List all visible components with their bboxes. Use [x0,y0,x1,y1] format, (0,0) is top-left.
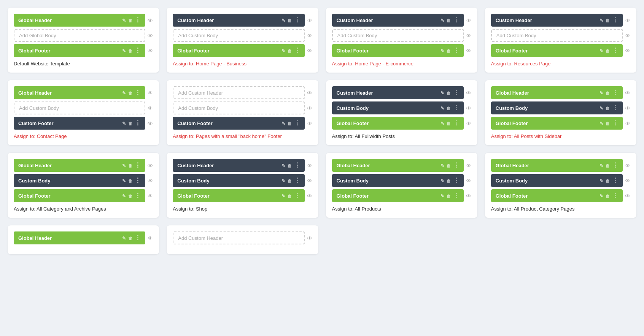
trash-icon[interactable] [447,90,451,96]
more-icon[interactable] [294,48,300,54]
visibility-icon[interactable] [466,90,471,96]
more-icon[interactable] [135,48,141,54]
visibility-icon[interactable] [148,33,153,38]
assigned-bar-6-1[interactable]: Custom Body [332,101,464,114]
assigned-bar-4-2[interactable]: Custom Footer [14,117,145,130]
edit-icon[interactable] [281,48,285,54]
edit-icon[interactable] [599,193,603,199]
trash-icon[interactable] [447,17,451,23]
more-icon[interactable] [135,162,141,168]
trash-icon[interactable] [606,193,610,199]
more-icon[interactable] [453,120,459,126]
assigned-bar-11-1[interactable]: Custom Body [491,174,623,187]
visibility-icon[interactable] [307,48,312,54]
assigned-bar-7-1[interactable]: Custom Body [491,101,623,114]
trash-icon[interactable] [447,163,451,168]
trash-icon[interactable] [447,48,451,54]
more-icon[interactable] [612,120,618,126]
visibility-icon[interactable] [466,178,471,184]
assigned-bar-1-2[interactable]: Global Footer [173,44,304,57]
edit-icon[interactable] [599,105,603,111]
edit-icon[interactable] [122,178,126,184]
visibility-icon[interactable] [307,163,312,168]
visibility-icon[interactable] [625,178,630,184]
more-icon[interactable] [294,120,300,126]
assigned-bar-0-2[interactable]: Global Footer [14,44,145,57]
more-icon[interactable] [612,105,618,111]
more-icon[interactable] [294,178,300,184]
edit-icon[interactable] [440,178,444,184]
visibility-icon[interactable] [307,105,312,111]
add-bar-5-0[interactable]: Add Custom Header [173,86,304,99]
visibility-icon[interactable] [466,105,471,111]
visibility-icon[interactable] [625,193,630,199]
assigned-bar-10-1[interactable]: Custom Body [332,174,464,187]
add-bar-2-1[interactable]: Add Custom Body [332,29,464,42]
add-bar-1-1[interactable]: Add Custom Body [173,29,304,42]
more-icon[interactable] [612,162,618,168]
trash-icon[interactable] [606,90,610,96]
edit-icon[interactable] [440,120,444,126]
visibility-icon[interactable] [625,33,630,38]
more-icon[interactable] [612,90,618,96]
edit-icon[interactable] [599,17,603,23]
add-bar-13-0[interactable]: Add Custom Header [173,231,304,244]
trash-icon[interactable] [128,193,132,199]
edit-icon[interactable] [281,120,285,126]
visibility-icon[interactable] [148,178,153,184]
trash-icon[interactable] [606,120,610,126]
more-icon[interactable] [612,17,618,23]
trash-icon[interactable] [128,120,132,126]
trash-icon[interactable] [128,163,132,168]
assigned-bar-1-0[interactable]: Custom Header [173,14,304,27]
more-icon[interactable] [612,178,618,184]
visibility-icon[interactable] [466,17,471,23]
add-bar-5-1[interactable]: Add Custom Body [173,101,304,114]
more-icon[interactable] [453,193,459,199]
edit-icon[interactable] [122,90,126,96]
trash-icon[interactable] [288,17,292,23]
edit-icon[interactable] [440,48,444,54]
assigned-bar-7-2[interactable]: Global Footer [491,117,623,130]
more-icon[interactable] [294,162,300,168]
visibility-icon[interactable] [307,178,312,184]
more-icon[interactable] [135,90,141,96]
trash-icon[interactable] [128,48,132,54]
edit-icon[interactable] [599,178,603,184]
add-bar-0-1[interactable]: Add Global Body [14,29,145,42]
edit-icon[interactable] [122,193,126,199]
assigned-bar-6-0[interactable]: Custom Header [332,86,464,99]
edit-icon[interactable] [122,17,126,23]
visibility-icon[interactable] [307,193,312,199]
visibility-icon[interactable] [307,90,312,96]
trash-icon[interactable] [288,193,292,199]
more-icon[interactable] [135,120,141,126]
visibility-icon[interactable] [307,17,312,23]
more-icon[interactable] [135,235,141,241]
edit-icon[interactable] [281,178,285,184]
assigned-bar-9-1[interactable]: Custom Body [173,174,304,187]
edit-icon[interactable] [440,163,444,168]
more-icon[interactable] [453,90,459,96]
visibility-icon[interactable] [148,17,153,23]
trash-icon[interactable] [128,178,132,184]
more-icon[interactable] [294,17,300,23]
edit-icon[interactable] [281,163,285,168]
assigned-bar-10-0[interactable]: Global Header [332,159,464,172]
more-icon[interactable] [135,17,141,23]
add-bar-4-1[interactable]: Add Custom Body [14,101,145,114]
visibility-icon[interactable] [466,120,471,126]
visibility-icon[interactable] [148,163,153,168]
visibility-icon[interactable] [625,163,630,168]
trash-icon[interactable] [288,120,292,126]
more-icon[interactable] [294,193,300,199]
visibility-icon[interactable] [148,235,153,241]
assigned-bar-2-2[interactable]: Global Footer [332,44,464,57]
visibility-icon[interactable] [625,105,630,111]
visibility-icon[interactable] [466,33,471,38]
add-bar-3-1[interactable]: Add Custom Body [491,29,623,42]
edit-icon[interactable] [599,120,603,126]
assigned-bar-5-2[interactable]: Custom Footer [173,117,304,130]
more-icon[interactable] [453,178,459,184]
trash-icon[interactable] [606,178,610,184]
